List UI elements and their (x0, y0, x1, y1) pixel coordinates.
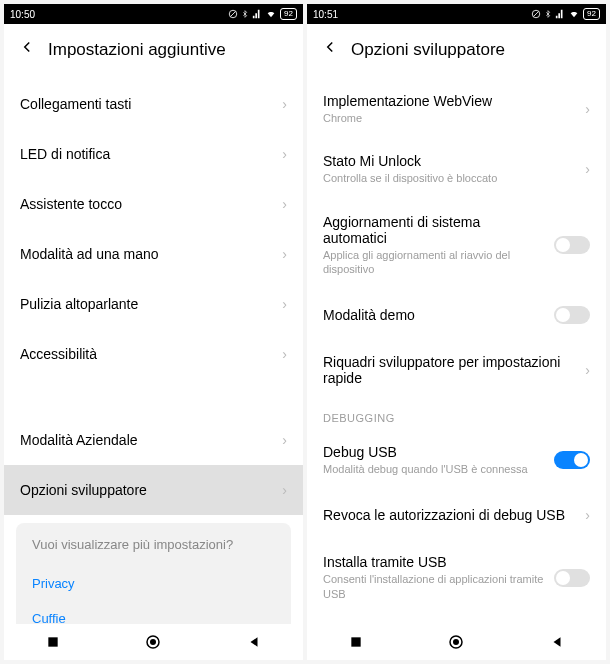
nav-back-icon[interactable] (247, 635, 261, 649)
row-webview[interactable]: Implementazione WebViewChrome› (307, 79, 606, 139)
toggle-install-usb[interactable] (554, 569, 590, 587)
svg-line-6 (534, 12, 539, 17)
svg-point-4 (150, 639, 156, 645)
row-label: Modalità ad una mano (20, 246, 274, 262)
back-icon[interactable] (18, 38, 36, 61)
status-right: 92 (228, 8, 297, 20)
signal-icon (555, 9, 565, 19)
row-demo-mode[interactable]: Modalità demo (307, 290, 606, 340)
toggle-knob (556, 238, 570, 252)
phone-left: 10:50 92 Impostazioni aggiuntive Collega… (4, 4, 303, 660)
chevron-right-icon: › (282, 96, 287, 112)
row-mi-unlock[interactable]: Stato Mi UnlockControlla se il dispositi… (307, 139, 606, 199)
row-opzioni-sviluppatore[interactable]: Opzioni sviluppatore› (4, 465, 303, 515)
row-label: Installa tramite USB (323, 554, 546, 570)
header: Impostazioni aggiuntive (4, 24, 303, 79)
chevron-right-icon: › (585, 101, 590, 117)
row-auto-updates[interactable]: Aggiornamenti di sistema automaticiAppli… (307, 200, 606, 291)
page-title: Impostazioni aggiuntive (48, 40, 289, 60)
signal-icon (252, 9, 262, 19)
do-not-disturb-icon (531, 9, 541, 19)
nav-back-icon[interactable] (550, 635, 564, 649)
status-bar: 10:50 92 (4, 4, 303, 24)
row-install-usb[interactable]: Installa tramite USBConsenti l'installaz… (307, 540, 606, 615)
row-una-mano[interactable]: Modalità ad una mano› (4, 229, 303, 279)
link-privacy[interactable]: Privacy (32, 566, 275, 601)
row-label: Modalità Aziendale (20, 432, 274, 448)
chevron-right-icon: › (282, 346, 287, 362)
row-label: LED di notifica (20, 146, 274, 162)
row-sub: Consenti l'installazione di applicazioni… (323, 572, 546, 601)
row-label: Debug USB (323, 444, 546, 460)
chevron-right-icon: › (585, 161, 590, 177)
nav-bar (307, 624, 606, 660)
bluetooth-icon (241, 9, 249, 19)
row-revoke-usb-auth[interactable]: Revoca le autorizzazioni di debug USB› (307, 490, 606, 540)
row-assistente-tocco[interactable]: Assistente tocco› (4, 179, 303, 229)
row-label: Pulizia altoparlante (20, 296, 274, 312)
row-label: Accessibilità (20, 346, 274, 362)
header: Opzioni sviluppatore (307, 24, 606, 79)
chevron-right-icon: › (282, 296, 287, 312)
row-label: Collegamenti tasti (20, 96, 274, 112)
nav-recent-icon[interactable] (46, 635, 60, 649)
row-led-notifica[interactable]: LED di notifica› (4, 129, 303, 179)
status-time: 10:51 (313, 9, 338, 20)
toggle-knob (556, 308, 570, 322)
row-debug-usb[interactable]: Debug USBModalità debug quando l'USB è c… (307, 430, 606, 490)
page-title: Opzioni sviluppatore (351, 40, 592, 60)
chevron-right-icon: › (282, 146, 287, 162)
status-bar: 10:51 92 (307, 4, 606, 24)
nav-recent-icon[interactable] (349, 635, 363, 649)
more-title: Vuoi visualizzare più impostazioni? (32, 537, 275, 552)
bluetooth-icon (544, 9, 552, 19)
status-right: 92 (531, 8, 600, 20)
toggle-demo-mode[interactable] (554, 306, 590, 324)
svg-rect-7 (351, 637, 360, 646)
chevron-right-icon: › (282, 196, 287, 212)
spacer (4, 379, 303, 415)
status-time: 10:50 (10, 9, 35, 20)
nav-home-icon[interactable] (447, 633, 465, 651)
svg-point-9 (453, 639, 459, 645)
row-label: Riquadri sviluppatore per impostazioni r… (323, 354, 577, 386)
wifi-icon (265, 9, 277, 19)
more-settings-card: Vuoi visualizzare più impostazioni? Priv… (16, 523, 291, 624)
wifi-icon (568, 9, 580, 19)
nav-home-icon[interactable] (144, 633, 162, 651)
back-icon[interactable] (321, 38, 339, 61)
link-cuffie[interactable]: Cuffie (32, 601, 275, 624)
nav-bar (4, 624, 303, 660)
row-label: Revoca le autorizzazioni di debug USB (323, 507, 577, 523)
row-dev-tiles[interactable]: Riquadri sviluppatore per impostazioni r… (307, 340, 606, 400)
do-not-disturb-icon (228, 9, 238, 19)
battery-indicator: 92 (583, 8, 600, 20)
row-label: Implementazione WebView (323, 93, 577, 109)
chevron-right-icon: › (282, 482, 287, 498)
toggle-knob (556, 571, 570, 585)
row-pulizia-altoparlante[interactable]: Pulizia altoparlante› (4, 279, 303, 329)
row-accessibilita[interactable]: Accessibilità› (4, 329, 303, 379)
row-label: Opzioni sviluppatore (20, 482, 274, 498)
row-label: Aggiornamenti di sistema automatici (323, 214, 546, 246)
toggle-debug-usb[interactable] (554, 451, 590, 469)
battery-indicator: 92 (280, 8, 297, 20)
svg-line-1 (231, 12, 236, 17)
chevron-right-icon: › (282, 246, 287, 262)
chevron-right-icon: › (585, 507, 590, 523)
section-debugging: DEBUGGING (307, 400, 606, 430)
row-sub: Modalità debug quando l'USB è connessa (323, 462, 546, 476)
row-sub: Chrome (323, 111, 577, 125)
row-label: Stato Mi Unlock (323, 153, 577, 169)
row-modalita-aziendale[interactable]: Modalità Aziendale› (4, 415, 303, 465)
svg-rect-2 (48, 637, 57, 646)
toggle-auto-updates[interactable] (554, 236, 590, 254)
row-sub: Controlla se il dispositivo è bloccato (323, 171, 577, 185)
row-label: Assistente tocco (20, 196, 274, 212)
toggle-knob (574, 453, 588, 467)
row-sub: Applica gli aggiornamenti al riavvio del… (323, 248, 546, 277)
row-label: Modalità demo (323, 307, 546, 323)
chevron-right-icon: › (282, 432, 287, 448)
row-collegamenti-tasti[interactable]: Collegamenti tasti› (4, 79, 303, 129)
settings-list: Collegamenti tasti› LED di notifica› Ass… (4, 79, 303, 624)
